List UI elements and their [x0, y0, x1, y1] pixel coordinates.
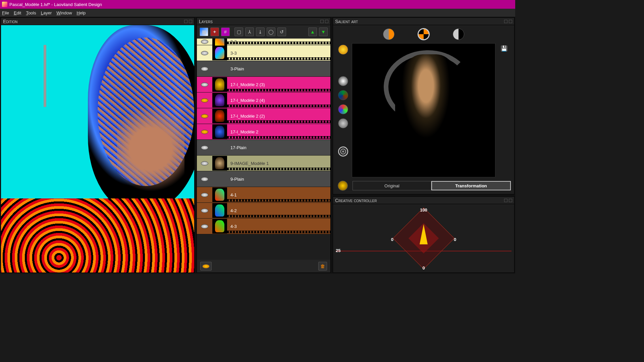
tab-original[interactable]: Original [353, 181, 431, 190]
layer-thumbnail [212, 187, 227, 202]
layer-visibility-toggle[interactable] [197, 177, 212, 181]
layer-row[interactable]: 3-3 [197, 45, 330, 61]
layer-visibility-toggle[interactable] [197, 114, 212, 118]
filmstrip-icon [227, 120, 330, 123]
panel-close-icon[interactable] [189, 20, 192, 23]
layer-label: 4-1 [227, 187, 330, 202]
panel-creative-controller: Creative controller 100 0 0 0 25 [333, 196, 515, 273]
layer-thumbnail [212, 140, 227, 155]
layer-row[interactable]: 3-2 [197, 39, 330, 45]
tool-tricolor-icon[interactable] [338, 90, 348, 100]
tool-recycle-icon[interactable] [338, 181, 348, 191]
layer-tool-grid-icon[interactable]: # [221, 27, 230, 36]
filmstrip-icon [227, 89, 330, 92]
layer-visibility-toggle[interactable] [197, 67, 212, 71]
creative-pointer-icon[interactable] [420, 224, 428, 244]
layer-row[interactable]: 17-I_Modèle 2 (4) [197, 93, 330, 108]
salient-mode-1-icon[interactable] [383, 28, 394, 40]
layer-thumbnail [212, 93, 227, 108]
layer-row[interactable]: 3-Plain [197, 61, 330, 77]
hidden-icon [201, 224, 208, 229]
layer-vis-toggle-icon[interactable] [200, 262, 212, 270]
panel-float-icon[interactable] [504, 199, 507, 202]
creative-body[interactable]: 100 0 0 0 25 [333, 204, 514, 273]
panel-float-icon[interactable] [320, 20, 324, 23]
creative-value-bottom: 0 [422, 265, 425, 270]
layer-row[interactable]: 9-Plain [197, 171, 330, 187]
layer-visibility-toggle[interactable] [197, 145, 212, 150]
layer-label: 17-I_Modèle 2 (3) [227, 77, 330, 92]
filmstrip-icon [227, 231, 330, 233]
panel-header-salient: Salient art [333, 18, 514, 25]
layer-row[interactable]: 4-1 [197, 187, 330, 203]
layer-row[interactable]: 17-Plain [197, 140, 330, 156]
layer-row[interactable]: 4-3 [197, 219, 330, 234]
hidden-icon [201, 82, 208, 87]
menu-tools[interactable]: Tools [26, 10, 36, 15]
menu-layer[interactable]: Layer [41, 10, 52, 15]
layer-tool-new-icon[interactable]: ▢ [234, 27, 243, 36]
layer-tool-anchor-icon[interactable]: ⤓ [256, 27, 265, 36]
layer-move-up-icon[interactable]: ▲ [308, 27, 317, 36]
hidden-icon [201, 161, 208, 166]
layer-tool-reset-icon[interactable]: ↺ [277, 27, 286, 36]
tool-sun-icon[interactable] [338, 45, 348, 55]
tool-rgb-icon[interactable] [338, 104, 348, 114]
layer-tool-checker-icon[interactable]: ▦ [200, 27, 208, 36]
layer-row[interactable]: 17-I_Modèle 2 (3) [197, 77, 330, 93]
layer-visibility-toggle[interactable] [197, 51, 212, 55]
layer-list[interactable]: 3-23-33-Plain17-I_Modèle 2 (3)17-I_Modèl… [197, 39, 330, 260]
layer-thumbnail [212, 172, 227, 186]
layer-thumbnail [212, 219, 227, 234]
salient-mode-2-icon[interactable] [418, 28, 429, 40]
creative-diamond[interactable] [402, 217, 445, 260]
layer-visibility-toggle[interactable] [197, 98, 212, 103]
layer-visibility-toggle[interactable] [197, 224, 212, 229]
hidden-icon [201, 193, 208, 197]
layer-thumbnail [212, 109, 227, 123]
layer-thumbnail [212, 124, 227, 139]
salient-preview-canvas[interactable] [352, 43, 495, 177]
salient-mode-3-icon[interactable] [453, 28, 464, 40]
panel-float-icon[interactable] [504, 20, 507, 23]
layer-move-down-icon[interactable]: ▼ [319, 27, 328, 36]
layer-tool-fx-icon[interactable]: ✦ [210, 27, 219, 36]
menu-edit[interactable]: Edit [14, 10, 21, 15]
hidden-icon [201, 208, 208, 213]
panel-close-icon[interactable] [509, 199, 512, 202]
tab-transformation[interactable]: Transformation [431, 181, 511, 190]
filmstrip-icon [227, 136, 330, 139]
layer-visibility-toggle[interactable] [197, 161, 212, 166]
tool-target-icon[interactable] [338, 146, 348, 157]
salient-tabs: Original Transformation [353, 181, 511, 190]
menu-help[interactable]: Help [77, 10, 86, 15]
layer-delete-icon[interactable]: 🗑 [318, 262, 327, 270]
layer-tool-circle-icon[interactable]: ◯ [267, 27, 275, 36]
tool-globe-icon[interactable] [338, 118, 348, 128]
menu-window[interactable]: Window [56, 10, 72, 15]
panel-close-icon[interactable] [325, 20, 328, 23]
layer-visibility-toggle[interactable] [197, 82, 212, 87]
preview-figure [395, 54, 464, 168]
layer-visibility-toggle[interactable] [197, 208, 212, 213]
layer-thumbnail [212, 203, 227, 218]
tool-save-icon[interactable]: 💾 [501, 45, 507, 52]
layer-tool-merge-icon[interactable]: ⅄ [245, 27, 254, 36]
layer-visibility-toggle[interactable] [197, 40, 212, 44]
edition-canvas[interactable] [1, 25, 194, 273]
tool-diamond-icon[interactable] [338, 76, 348, 86]
menu-file[interactable]: File [2, 10, 9, 15]
eye-icon [201, 114, 208, 118]
layer-label: 17-I_Modèle 2 (4) [227, 93, 330, 108]
layers-footer: 🗑 [197, 260, 330, 273]
panel-close-icon[interactable] [509, 20, 512, 23]
layer-row[interactable]: 4-2 [197, 203, 330, 219]
layer-visibility-toggle[interactable] [197, 130, 212, 134]
layer-visibility-toggle[interactable] [197, 193, 212, 197]
layer-row[interactable]: 17-I_Modèle 2 (2) [197, 108, 330, 124]
layer-row[interactable]: 17-I_Modèle 2 [197, 124, 330, 140]
panel-float-icon[interactable] [184, 20, 187, 23]
hidden-icon [201, 40, 208, 44]
creative-value-top: 100 [420, 207, 427, 213]
layer-row[interactable]: 9-IMAGE_Modèle 1 [197, 156, 330, 171]
